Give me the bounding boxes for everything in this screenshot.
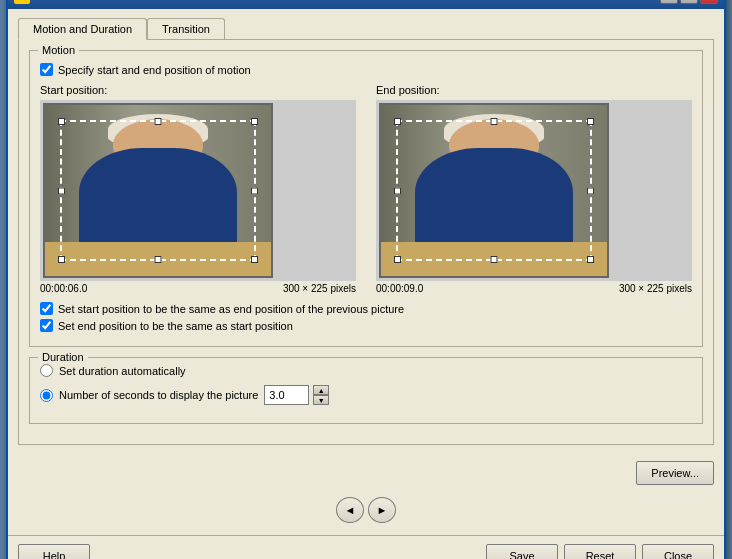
nav-back-button[interactable]: ◄ (336, 497, 364, 523)
window-title: Customize Motion (36, 0, 660, 3)
seconds-duration-label: Number of seconds to display the picture (59, 389, 258, 401)
customize-motion-window: ★ Customize Motion – □ ✕ Motion and Dura… (6, 0, 726, 559)
help-button[interactable]: Help (18, 544, 90, 559)
preview-area: Preview... (8, 453, 724, 489)
duration-legend: Duration (38, 351, 88, 363)
end-image-info: 00:00:09.0 300 × 225 pixels (376, 283, 692, 294)
start-position-label: Start position: (40, 84, 356, 96)
tab-panel-motion: Motion Specify start and end position of… (18, 39, 714, 445)
title-bar: ★ Customize Motion – □ ✕ (8, 0, 724, 9)
window-controls: – □ ✕ (660, 0, 718, 4)
end-image-frame-bg (376, 100, 692, 281)
start-position-panel: Start position: (40, 84, 356, 294)
nav-buttons: ◄ ► (336, 491, 396, 529)
end-size: 300 × 225 pixels (619, 283, 692, 294)
end-position-label: End position: (376, 84, 692, 96)
tab-transition[interactable]: Transition (147, 18, 225, 40)
start-image-frame[interactable] (43, 103, 273, 278)
end-same-as-start-checkbox[interactable] (40, 319, 53, 332)
preview-button[interactable]: Preview... (636, 461, 714, 485)
auto-duration-label: Set duration automatically (59, 365, 186, 377)
end-position-panel: End position: (376, 84, 692, 294)
end-same-as-start-row: Set end position to be the same as start… (40, 319, 692, 332)
seconds-duration-radio[interactable] (40, 389, 53, 402)
auto-duration-row: Set duration automatically (40, 364, 692, 377)
dialog-content: Motion and Duration Transition Motion Sp… (8, 9, 724, 453)
start-image-info: 00:00:06.0 300 × 225 pixels (40, 283, 356, 294)
reset-button[interactable]: Reset (564, 544, 636, 559)
tab-motion-duration[interactable]: Motion and Duration (18, 18, 147, 40)
specify-motion-checkbox[interactable] (40, 63, 53, 76)
end-time: 00:00:09.0 (376, 283, 423, 294)
auto-duration-radio[interactable] (40, 364, 53, 377)
duration-fieldset: Duration Set duration automatically Numb… (29, 357, 703, 424)
start-time: 00:00:06.0 (40, 283, 87, 294)
start-same-as-prev-label: Set start position to be the same as end… (58, 303, 404, 315)
motion-legend: Motion (38, 44, 79, 56)
close-button[interactable]: Close (642, 544, 714, 559)
specify-motion-row: Specify start and end position of motion (40, 63, 692, 76)
spin-down-button[interactable]: ▼ (313, 395, 329, 405)
window-icon: ★ (14, 0, 30, 4)
end-image-frame[interactable] (379, 103, 609, 278)
start-size: 300 × 225 pixels (283, 283, 356, 294)
end-same-as-start-label: Set end position to be the same as start… (58, 320, 293, 332)
start-same-as-prev-row: Set start position to be the same as end… (40, 302, 692, 315)
spin-up-button[interactable]: ▲ (313, 385, 329, 395)
close-window-button[interactable]: ✕ (700, 0, 718, 4)
end-photo (381, 105, 607, 276)
minimize-button[interactable]: – (660, 0, 678, 4)
start-photo (45, 105, 271, 276)
specify-motion-label: Specify start and end position of motion (58, 64, 251, 76)
spinner-buttons: ▲ ▼ (313, 385, 329, 405)
positions-row: Start position: (40, 84, 692, 294)
start-image-frame-bg (40, 100, 356, 281)
maximize-button[interactable]: □ (680, 0, 698, 4)
nav-forward-button[interactable]: ► (368, 497, 396, 523)
tab-bar: Motion and Duration Transition (18, 17, 714, 39)
seconds-spinner: ▲ ▼ (264, 385, 329, 405)
seconds-duration-row: Number of seconds to display the picture… (40, 385, 692, 405)
start-same-as-prev-checkbox[interactable] (40, 302, 53, 315)
bottom-bar: Help Save Reset Close (8, 535, 724, 559)
save-button[interactable]: Save (486, 544, 558, 559)
action-buttons: Save Reset Close (486, 544, 714, 559)
seconds-input[interactable] (264, 385, 309, 405)
nav-area: ◄ ► (8, 489, 724, 535)
motion-fieldset: Motion Specify start and end position of… (29, 50, 703, 347)
